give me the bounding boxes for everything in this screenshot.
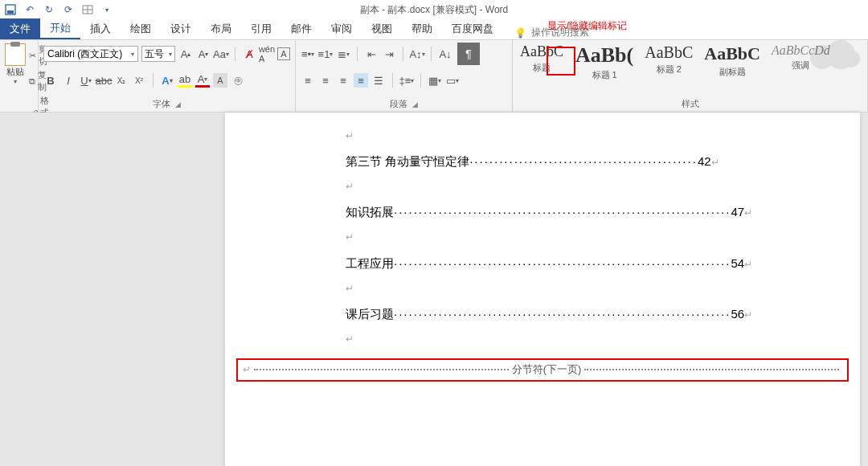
align-right-button[interactable]: ≡ [336, 73, 350, 88]
style-subtitle[interactable]: AaBbC副标题 [704, 43, 760, 78]
phonetic-guide-button[interactable]: wénA [260, 47, 274, 61]
increase-indent-button[interactable]: ⇥ [382, 47, 396, 61]
tab-drawing[interactable]: 绘图 [121, 18, 161, 39]
section-break-annotation: ↵ 分节符(下一页) [236, 358, 849, 382]
style-heading2[interactable]: AaBbC标题 2 [645, 43, 693, 76]
tab-baidu[interactable]: 百度网盘 [442, 18, 503, 39]
paste-icon [5, 43, 26, 66]
toc-line: 工程应用 ···································… [346, 254, 860, 273]
font-name-selector[interactable]: Calibri (西文正文)▾ [43, 46, 138, 62]
enclose-characters-button[interactable]: ㊥ [231, 73, 245, 88]
quick-access-toolbar: ↶ ↻ ⟳ ▾ [5, 4, 113, 15]
paste-dropdown-icon[interactable]: ▾ [14, 78, 17, 85]
lightbulb-icon: 💡 [514, 27, 526, 39]
qat-customize-icon[interactable]: ▾ [101, 4, 113, 15]
strikethrough-button[interactable]: abc [96, 73, 111, 88]
redo-icon[interactable]: ↻ [43, 4, 55, 15]
toc-line: 课后习题 ···································… [346, 305, 860, 324]
style-title[interactable]: AaBbC标题 [519, 43, 564, 74]
watermark-icon [804, 37, 862, 72]
paragraph-mark-icon: ↵ [346, 281, 860, 296]
subscript-button[interactable]: X₂ [114, 73, 129, 88]
paragraph-mark-icon: ↵ [346, 129, 860, 144]
tab-design[interactable]: 设计 [161, 18, 201, 39]
tab-view[interactable]: 视图 [362, 18, 402, 39]
character-border-button[interactable]: A [277, 47, 290, 60]
paragraph-dialog-launcher-icon[interactable]: ◢ [412, 100, 418, 108]
character-shading-button[interactable]: A [213, 73, 227, 88]
table-icon[interactable] [82, 4, 93, 15]
window-title: 副本 - 副本.docx [兼容模式] - Word [360, 3, 508, 17]
ribbon-tabs: 文件 开始 插入 绘图 设计 布局 引用 邮件 审阅 视图 帮助 百度网盘 💡 … [0, 19, 868, 40]
title-bar: ↶ ↻ ⟳ ▾ 副本 - 副本.docx [兼容模式] - Word [0, 0, 868, 19]
tab-review[interactable]: 审阅 [321, 18, 362, 39]
group-font: Calibri (西文正文)▾ 五号▾ A▴ A▾ Aa▾ A̸ wénA A … [39, 40, 296, 112]
section-break-label: 分节符(下一页) [512, 362, 582, 378]
tab-layout[interactable]: 布局 [201, 18, 241, 39]
clear-formatting-button[interactable]: A̸ [242, 47, 256, 61]
shrink-font-button[interactable]: A▾ [196, 47, 211, 61]
paragraph-mark-icon: ↵ [346, 230, 860, 245]
toc-line: 第三节 角动量守恒定律 ····························… [346, 152, 860, 171]
scissors-icon: ✂ [29, 51, 36, 60]
annotation-text: 显示/隐藏编辑标记 [547, 19, 627, 33]
tab-help[interactable]: 帮助 [402, 18, 442, 39]
group-paragraph: ≡•▾ ≡1▾ ≣▾ ⇤ ⇥ A↕▾ A↓ ¶ ≡ ≡ ≡ ≡ ☰ ‡≡▾ ▦▾… [296, 40, 513, 112]
align-center-button[interactable]: ≡ [318, 73, 333, 88]
grow-font-button[interactable]: A▴ [178, 47, 193, 61]
paragraph-mark-icon: ↵ [744, 206, 752, 221]
document-area: ↵ 第三节 角动量守恒定律 ··························… [0, 112, 868, 466]
chevron-down-icon: ▾ [169, 51, 172, 58]
align-justify-button[interactable]: ≡ [354, 73, 368, 88]
asian-layout-button[interactable]: A↕▾ [410, 47, 424, 61]
superscript-button[interactable]: X² [132, 73, 146, 88]
tab-references[interactable]: 引用 [241, 18, 281, 39]
paragraph-mark-icon: ↵ [711, 155, 719, 170]
highlight-button[interactable]: ab [178, 73, 192, 88]
change-case-button[interactable]: Aa▾ [214, 47, 228, 61]
paragraph-mark-icon: ↵ [346, 179, 860, 194]
font-group-label: 字体 [153, 98, 170, 110]
paragraph-group-label: 段落 [390, 98, 407, 110]
paragraph-mark-icon: ↵ [243, 362, 251, 378]
tab-insert[interactable]: 插入 [80, 18, 121, 39]
undo-icon[interactable]: ↶ [24, 4, 35, 15]
decrease-indent-button[interactable]: ⇤ [364, 47, 379, 61]
bullets-button[interactable]: ≡•▾ [301, 47, 315, 61]
page[interactable]: ↵ 第三节 角动量守恒定律 ··························… [225, 112, 860, 466]
paragraph-mark-icon: ↵ [346, 332, 860, 347]
tab-file[interactable]: 文件 [0, 18, 40, 39]
ribbon: 粘贴 ▾ ✂剪切 ⧉复制 🖌格式刷 剪贴板◢ Calibri (西文正文)▾ 五… [0, 40, 868, 112]
svg-rect-1 [7, 10, 14, 14]
group-clipboard: 粘贴 ▾ ✂剪切 ⧉复制 🖌格式刷 剪贴板◢ [0, 40, 39, 112]
paragraph-mark-icon: ↵ [744, 257, 752, 272]
multilevel-list-button[interactable]: ≣▾ [336, 47, 350, 61]
copy-icon: ⧉ [29, 76, 35, 86]
text-effects-button[interactable]: A▾ [160, 73, 174, 88]
tab-home[interactable]: 开始 [40, 18, 80, 39]
show-hide-marks-button[interactable]: ¶ [457, 43, 480, 65]
numbering-button[interactable]: ≡1▾ [318, 47, 333, 61]
paragraph-mark-icon: ↵ [744, 308, 752, 323]
align-left-button[interactable]: ≡ [301, 73, 315, 88]
sort-button[interactable]: A↓ [438, 47, 452, 61]
font-dialog-launcher-icon[interactable]: ◢ [175, 100, 181, 108]
line-spacing-button[interactable]: ‡≡▾ [399, 73, 414, 88]
paste-label: 粘贴 [6, 66, 24, 78]
underline-button[interactable]: U▾ [79, 73, 93, 88]
font-color-button[interactable]: A▾ [195, 73, 210, 88]
borders-button[interactable]: ▭▾ [445, 73, 460, 88]
tab-mailings[interactable]: 邮件 [281, 18, 321, 39]
toc-line: 知识拓展 ···································… [346, 202, 860, 222]
styles-group-label: 样式 [682, 98, 699, 110]
font-size-selector[interactable]: 五号▾ [141, 46, 175, 62]
chevron-down-icon: ▾ [131, 51, 134, 58]
bold-button[interactable]: B [43, 73, 58, 88]
italic-button[interactable]: I [61, 73, 76, 88]
refresh-icon[interactable]: ⟳ [63, 4, 74, 15]
save-icon[interactable] [5, 4, 16, 15]
style-heading1[interactable]: AaBb(标题 1 [575, 43, 633, 81]
shading-button[interactable]: ▦▾ [428, 73, 442, 88]
distributed-button[interactable]: ☰ [371, 73, 386, 88]
